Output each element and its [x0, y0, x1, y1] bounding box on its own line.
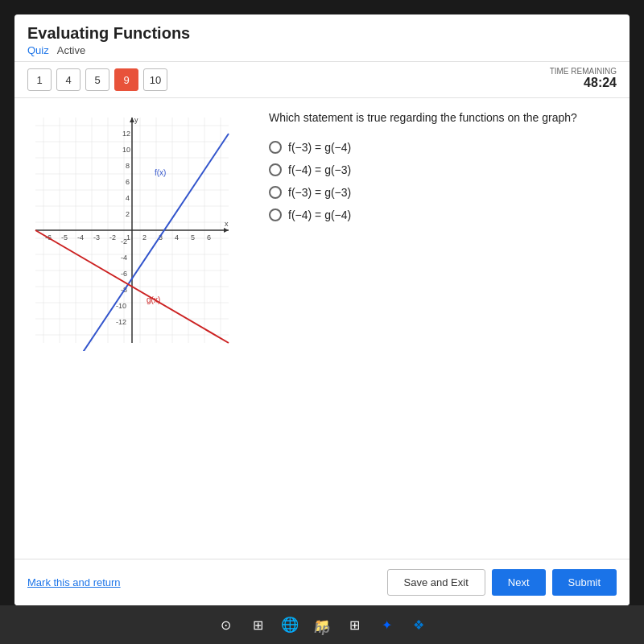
- option-c-label: f(−3) = g(−3): [288, 186, 351, 199]
- option-c[interactable]: f(−3) = g(−3): [269, 186, 617, 199]
- taskbar-search-icon[interactable]: ⊙: [216, 615, 235, 634]
- next-button[interactable]: Next: [492, 569, 546, 596]
- quiz-container: Evaluating Functions Quiz Active 1 4 5 9…: [14, 14, 630, 605]
- save-exit-button[interactable]: Save and Exit: [387, 569, 485, 596]
- option-a-radio[interactable]: [269, 141, 282, 154]
- taskbar-dropbox-icon[interactable]: ✦: [377, 615, 396, 634]
- option-a-label: f(−3) = g(−4): [288, 141, 351, 154]
- option-d-label: f(−4) = g(−4): [288, 208, 351, 221]
- time-remaining-display: TIME REMAINING 48:24: [550, 67, 617, 90]
- svg-text:-5: -5: [61, 233, 68, 242]
- quiz-header: Evaluating Functions Quiz Active: [14, 14, 630, 62]
- graph-area: x y 12 10 8 6 4 2 -2 -4 -6 -8 -10 -12: [27, 109, 253, 547]
- option-a[interactable]: f(−3) = g(−4): [269, 141, 617, 154]
- svg-text:2: 2: [126, 210, 130, 218]
- svg-text:12: 12: [122, 130, 130, 138]
- taskbar-extra-icon[interactable]: ❖: [409, 615, 428, 634]
- question-body: x y 12 10 8 6 4 2 -2 -4 -6 -8 -10 -12: [14, 98, 630, 559]
- nav-btn-10[interactable]: 10: [143, 68, 167, 91]
- option-d-radio[interactable]: [269, 208, 282, 221]
- svg-text:10: 10: [122, 146, 130, 154]
- svg-text:x: x: [225, 220, 229, 228]
- svg-text:f(x): f(x): [155, 168, 166, 177]
- question-content: Which statement is true regarding the fu…: [269, 109, 617, 547]
- svg-marker-28: [224, 228, 229, 233]
- svg-text:-4: -4: [121, 254, 127, 262]
- taskbar: ⊙ ⊞ 🌐 📁 ⊞ ✦ ❖ hp: [0, 605, 644, 644]
- question-text: Which statement is true regarding the fu…: [269, 109, 617, 126]
- taskbar-edge-icon[interactable]: 🌐: [280, 615, 299, 634]
- svg-text:-12: -12: [116, 318, 126, 326]
- quiz-meta: Quiz Active: [27, 44, 617, 56]
- nav-btn-4[interactable]: 4: [56, 68, 80, 91]
- svg-text:-4: -4: [77, 233, 84, 242]
- svg-text:5: 5: [191, 233, 195, 242]
- screen: Evaluating Functions Quiz Active 1 4 5 9…: [0, 0, 644, 644]
- svg-text:-3: -3: [93, 233, 100, 242]
- option-b[interactable]: f(−4) = g(−3): [269, 163, 617, 176]
- nav-btn-5[interactable]: 5: [85, 68, 109, 91]
- nav-btn-1[interactable]: 1: [27, 68, 52, 91]
- submit-button[interactable]: Submit: [552, 569, 617, 596]
- option-b-label: f(−4) = g(−3): [288, 163, 351, 176]
- svg-text:4: 4: [126, 194, 130, 202]
- svg-text:-10: -10: [116, 302, 126, 310]
- quiz-title: Evaluating Functions: [27, 24, 617, 43]
- quiz-footer: Mark this and return Save and Exit Next …: [14, 559, 630, 605]
- svg-text:y: y: [134, 116, 138, 124]
- option-c-radio[interactable]: [269, 186, 282, 199]
- taskbar-windows-icon[interactable]: ⊞: [248, 615, 267, 634]
- svg-text:8: 8: [126, 162, 130, 170]
- time-remaining-label: TIME REMAINING: [550, 67, 617, 76]
- footer-buttons: Save and Exit Next Submit: [387, 569, 617, 596]
- mark-return-link[interactable]: Mark this and return: [27, 576, 121, 588]
- svg-text:2: 2: [142, 233, 147, 242]
- hp-logo: hp: [314, 621, 330, 636]
- nav-btn-9[interactable]: 9: [114, 68, 138, 91]
- quiz-status-badge: Active: [57, 44, 85, 56]
- taskbar-store-icon[interactable]: ⊞: [345, 615, 364, 634]
- option-b-radio[interactable]: [269, 163, 282, 176]
- quiz-type-label[interactable]: Quiz: [27, 44, 49, 56]
- svg-text:6: 6: [126, 178, 130, 186]
- option-d[interactable]: f(−4) = g(−4): [269, 208, 617, 221]
- question-nav: 1 4 5 9 10 TIME REMAINING 48:24: [14, 62, 630, 98]
- svg-text:-2: -2: [109, 233, 116, 242]
- graph-svg: x y 12 10 8 6 4 2 -2 -4 -6 -8 -10 -12: [27, 109, 237, 351]
- options-list: f(−3) = g(−4) f(−4) = g(−3) f(−3) = g(−3…: [269, 141, 617, 221]
- svg-text:-6: -6: [121, 270, 127, 278]
- time-remaining-value: 48:24: [550, 76, 617, 90]
- svg-text:g(x): g(x): [147, 295, 160, 304]
- svg-text:1: 1: [126, 233, 130, 242]
- svg-text:6: 6: [207, 233, 211, 242]
- svg-text:4: 4: [175, 233, 179, 242]
